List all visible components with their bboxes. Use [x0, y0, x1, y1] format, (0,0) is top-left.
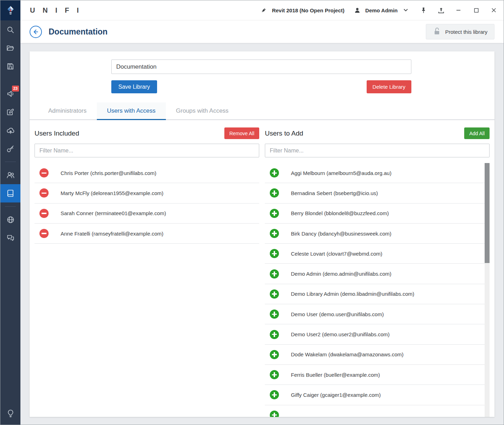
- remove-user-icon[interactable]: [39, 229, 49, 238]
- users-included-list: Chris Porter (chris.porter@unifilabs.com…: [35, 163, 259, 417]
- add-user-icon[interactable]: [270, 411, 279, 417]
- sidebar-divider: [5, 206, 16, 207]
- user-label: Berry Blondel (bblondel8@buzzfeed.com): [291, 210, 389, 216]
- upload-icon[interactable]: [436, 5, 446, 15]
- add-user-icon[interactable]: [270, 269, 279, 279]
- sidebar-divider: [5, 162, 16, 162]
- remove-user-icon[interactable]: [39, 188, 49, 198]
- scrollbar[interactable]: [485, 163, 490, 417]
- users-columns: Users Included Remove All Chris Porter (: [30, 120, 494, 417]
- user-row: Anne Fratelli (ramseyfratelli@example.co…: [35, 224, 259, 244]
- unifi-logo: [0, 0, 20, 20]
- add-user-icon[interactable]: [270, 229, 279, 238]
- users-included-filter-input[interactable]: [35, 144, 259, 157]
- user-icon: [352, 5, 362, 15]
- unlock-icon: [433, 27, 441, 37]
- add-user-icon[interactable]: [270, 209, 279, 218]
- user-row: Ferris Bueller (bueller@example.com): [265, 365, 490, 385]
- library-card: Save Library Delete Library Administrato…: [30, 51, 494, 417]
- tab-groups-with-access[interactable]: Groups with Access: [166, 102, 239, 120]
- remove-user-icon[interactable]: [39, 209, 49, 218]
- users-to-add-list: Aggi Melbourn (amelbourn5@auda.org.au) B…: [265, 163, 490, 417]
- tab-administrators[interactable]: Administrators: [38, 102, 97, 120]
- delete-library-button[interactable]: Delete Library: [367, 80, 411, 93]
- library-name-input[interactable]: [111, 60, 411, 74]
- revit-plugin-icon: [259, 5, 269, 15]
- user-label: Aggi Melbourn (amelbourn5@auda.org.au): [291, 170, 391, 176]
- add-user-icon[interactable]: [270, 249, 279, 258]
- user-row: Demo Admin (demo.admin@unifilabs.com): [265, 264, 490, 284]
- content-area: Save Library Delete Library Administrato…: [20, 43, 504, 425]
- user-label: Demo Library Admin (demo.libadmin@unifil…: [291, 291, 414, 297]
- megaphone-icon[interactable]: 23: [0, 85, 20, 103]
- back-button[interactable]: [30, 26, 42, 38]
- add-user-icon[interactable]: [270, 310, 279, 319]
- app-name: U N I F I: [30, 6, 81, 14]
- minimize-icon[interactable]: [454, 5, 463, 15]
- cloud-upload-icon[interactable]: [0, 121, 20, 139]
- user-name-label: Demo Admin: [365, 7, 398, 13]
- search-icon[interactable]: [0, 20, 20, 39]
- user-menu[interactable]: Demo Admin: [352, 5, 411, 15]
- add-user-icon[interactable]: [270, 350, 279, 359]
- tab-users-with-access[interactable]: Users with Access: [97, 102, 166, 120]
- close-icon[interactable]: [489, 5, 499, 15]
- unifi-window: 23 U N I F: [0, 0, 504, 425]
- add-user-icon[interactable]: [270, 289, 279, 299]
- user-row: Bernadina Sebert (bsebertg@icio.us): [265, 183, 490, 203]
- scrollbar-thumb[interactable]: [485, 163, 490, 263]
- user-row: Demo User (demo.user@unifilabs.com): [265, 304, 490, 324]
- user-label: Ferris Bueller (bueller@example.com): [291, 372, 380, 378]
- add-all-button[interactable]: Add All: [464, 127, 490, 139]
- edit-icon[interactable]: [0, 103, 20, 121]
- add-user-icon[interactable]: [270, 168, 279, 177]
- add-user-icon[interactable]: [270, 188, 279, 198]
- chevron-down-icon: [401, 5, 411, 15]
- user-label: Sarah Conner (terminatee01@example.com): [61, 210, 166, 216]
- add-user-icon[interactable]: [270, 330, 279, 339]
- key-icon[interactable]: [0, 139, 20, 158]
- add-user-icon[interactable]: [270, 370, 279, 379]
- save-icon[interactable]: [0, 57, 20, 75]
- user-row: Demo User2 (demo.user2@unifilabs.com): [265, 324, 490, 344]
- revit-status-label: Revit 2018 (No Open Project): [272, 7, 344, 13]
- chat-icon[interactable]: [0, 229, 20, 247]
- notification-badge: 23: [12, 86, 19, 92]
- pin-icon[interactable]: [418, 5, 428, 15]
- users-to-add-filter-input[interactable]: [265, 144, 490, 157]
- users-icon[interactable]: [0, 166, 20, 184]
- user-label: Dode Wakelam (dwakelama@amazonaws.com): [291, 351, 404, 357]
- user-row: Demo Library Admin (demo.libadmin@unifil…: [265, 284, 490, 304]
- users-included-panel: Users Included Remove All Chris Porter (: [35, 124, 259, 417]
- user-row: Aggi Melbourn (amelbourn5@auda.org.au): [265, 163, 490, 183]
- library-book-icon[interactable]: [0, 184, 20, 202]
- user-row: Giffy Caiger (gcaiger1@example.com): [265, 385, 490, 405]
- remove-user-icon[interactable]: [39, 168, 49, 177]
- users-to-add-panel: Users to Add Add All Aggi Melbourn (amel: [265, 124, 490, 417]
- save-library-button[interactable]: Save Library: [111, 80, 157, 93]
- user-label: Demo Admin (demo.admin@unifilabs.com): [291, 271, 391, 277]
- sidebar: 23: [0, 0, 20, 425]
- user-label: Giffy Caiger (gcaiger1@example.com): [291, 392, 381, 398]
- user-row: Sarah Conner (terminatee01@example.com): [35, 204, 259, 224]
- user-label: Chris Porter (chris.porter@unifilabs.com…: [61, 170, 156, 176]
- lightbulb-icon[interactable]: [0, 404, 20, 423]
- page-header: Documentation Protect this library: [20, 20, 504, 43]
- user-label: Bernadina Sebert (bsebertg@icio.us): [291, 190, 378, 196]
- maximize-icon[interactable]: [471, 5, 481, 15]
- user-row: Birk Dancy (bdancyh@businessweek.com): [265, 224, 490, 244]
- folder-open-icon[interactable]: [0, 39, 20, 57]
- protect-library-button[interactable]: Protect this library: [426, 24, 494, 39]
- user-row: Dode Wakelam (dwakelama@amazonaws.com): [265, 345, 490, 365]
- users-included-title: Users Included: [35, 130, 79, 137]
- library-form: Save Library Delete Library: [30, 51, 494, 93]
- globe-icon[interactable]: [0, 211, 20, 229]
- remove-all-button[interactable]: Remove All: [224, 127, 259, 139]
- user-label: Celeste Lovart (clovart7@webmd.com): [291, 251, 382, 257]
- titlebar: U N I F I Revit 2018 (No Open Project) D…: [20, 0, 504, 20]
- users-to-add-title: Users to Add: [265, 130, 303, 137]
- user-label: Demo User2 (demo.user2@unifilabs.com): [291, 331, 390, 337]
- add-user-icon[interactable]: [270, 390, 279, 399]
- user-row: Berry Blondel (bblondel8@buzzfeed.com): [265, 204, 490, 224]
- user-label: Birk Dancy (bdancyh@businessweek.com): [291, 231, 391, 237]
